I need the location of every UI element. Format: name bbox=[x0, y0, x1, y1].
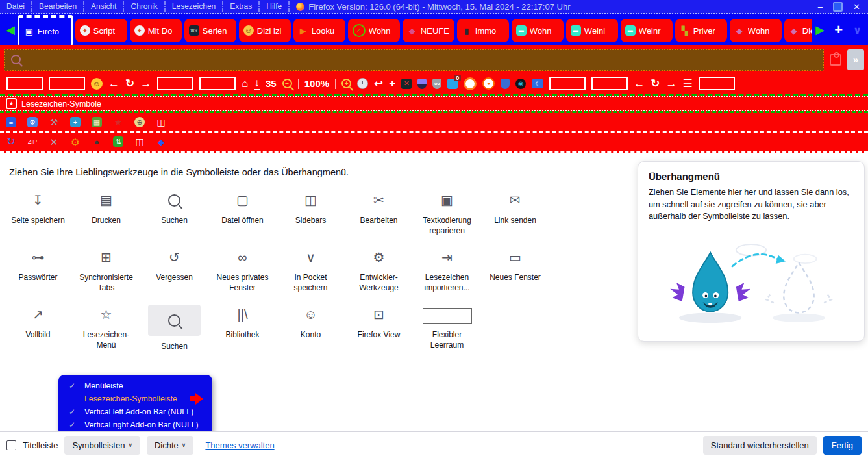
reload-icon[interactable]: ↻ bbox=[651, 78, 660, 89]
menu-lesezeichen[interactable]: Lesezeichen bbox=[166, 1, 223, 12]
toolbar-input[interactable] bbox=[591, 77, 628, 90]
extensions-puzzle-icon[interactable] bbox=[830, 54, 841, 66]
tool-edit[interactable]: ✂Bearbeiten bbox=[345, 190, 413, 236]
menu-chronik[interactable]: Chronik bbox=[124, 1, 165, 12]
overflow-menu-panel[interactable]: Überhangmenü Ziehen Sie Elemente hier he… bbox=[638, 161, 865, 342]
scroll-tabs-left-icon[interactable]: ◀ bbox=[3, 23, 18, 37]
sync-icon[interactable]: ↻ bbox=[6, 136, 16, 147]
tab-wohn[interactable]: ✓Wohn bbox=[348, 19, 400, 42]
tool-pocket[interactable]: ∨In Pocket speichern bbox=[277, 248, 345, 293]
home-icon[interactable]: ⌂ bbox=[242, 78, 248, 89]
toolbar-input[interactable] bbox=[549, 77, 586, 90]
tool-save-page[interactable]: ↧Seite speichern bbox=[4, 190, 72, 236]
tool-account[interactable]: ☺Konto bbox=[277, 305, 345, 352]
scroll-tabs-right-icon[interactable]: ▶ bbox=[812, 23, 828, 37]
tab-looku[interactable]: ▶Looku bbox=[293, 19, 345, 42]
close-button[interactable]: ✕ bbox=[853, 3, 860, 11]
gem-icon[interactable]: ◆ bbox=[156, 136, 166, 147]
toolbar-input[interactable] bbox=[49, 77, 85, 90]
toolbar-input[interactable] bbox=[199, 77, 236, 90]
darkreader-icon[interactable]: ☾ bbox=[532, 79, 543, 88]
sidebar-icon[interactable]: ◫ bbox=[134, 136, 145, 147]
crossed-tools-icon[interactable]: ✕ bbox=[49, 136, 59, 147]
toolbars-dropdown[interactable]: Symbolleisten∨ bbox=[64, 436, 140, 455]
context-menu-item-lesezeichen-symbolleiste[interactable]: Lesezeichen-Symbolleiste bbox=[58, 392, 212, 405]
tab-wohn[interactable]: ◆Wohn bbox=[730, 19, 782, 42]
forward-icon[interactable]: → bbox=[666, 78, 677, 89]
new-tab-button[interactable]: + bbox=[828, 21, 849, 38]
vpn-shield-icon[interactable] bbox=[501, 79, 510, 89]
list-all-tabs-icon[interactable]: ∨ bbox=[849, 24, 865, 36]
toolbar-input[interactable] bbox=[157, 77, 193, 90]
privacy-shield-icon[interactable] bbox=[417, 79, 427, 89]
tab-mit-do[interactable]: ✦Mit Do bbox=[130, 19, 182, 42]
density-dropdown[interactable]: Dichte∨ bbox=[147, 436, 193, 455]
tool-bookmarks-menu[interactable]: ☆Lesezeichen-Menü bbox=[72, 305, 140, 352]
reload-icon[interactable]: ↻ bbox=[125, 78, 134, 89]
tool-import-bookmarks[interactable]: ⇥Lesezeichen importieren... bbox=[413, 248, 481, 293]
toolbar-input[interactable] bbox=[699, 77, 735, 90]
counter-badge-icon[interactable]: 0 bbox=[447, 79, 458, 89]
menu-datei[interactable]: Datei bbox=[0, 1, 32, 12]
tool-firefox-view[interactable]: ⊡Firefox View bbox=[345, 305, 413, 352]
address-bar[interactable] bbox=[4, 49, 824, 71]
tab-dizi-izl[interactable]: ☺Dizi izl bbox=[239, 19, 291, 42]
history-clock-icon[interactable] bbox=[357, 78, 368, 89]
zoom-in-icon[interactable] bbox=[341, 79, 351, 88]
tool-search[interactable]: Suchen bbox=[140, 190, 208, 236]
forward-icon[interactable]: → bbox=[140, 78, 151, 89]
bookmark-star-icon[interactable]: ★ bbox=[113, 117, 123, 127]
tab-firefo[interactable]: ▣Firefo bbox=[18, 15, 73, 45]
globe-icon[interactable]: ⊕ bbox=[134, 117, 145, 127]
tool-sidebars[interactable]: ◫Sidebars bbox=[277, 190, 345, 236]
menu-bearbeiten[interactable]: Bearbeiten bbox=[32, 1, 84, 12]
duckduckgo-icon[interactable]: ● bbox=[482, 77, 495, 90]
tool-open-file[interactable]: ▢Datei öffnen bbox=[208, 190, 277, 236]
wrench-icon[interactable]: ⚒ bbox=[49, 117, 59, 127]
spheres-icon[interactable]: ● bbox=[92, 136, 102, 147]
tool-synced-tabs[interactable]: ⊞Synchronisierte Tabs bbox=[72, 248, 140, 293]
tool-email-link[interactable]: ✉Link senden bbox=[481, 190, 549, 236]
tool-developer-tools[interactable]: ⚙Entwickler-Werkzeuge bbox=[345, 248, 413, 293]
minimize-button[interactable]: – bbox=[818, 3, 823, 11]
back-icon[interactable]: ← bbox=[634, 78, 645, 89]
sliders-icon[interactable]: ≡ bbox=[6, 117, 16, 127]
menu-hilfe[interactable]: Hilfe bbox=[260, 1, 290, 12]
tab-weinr[interactable]: ▬Weinr bbox=[621, 19, 673, 42]
tab-neufe[interactable]: ◆NEUFE bbox=[403, 19, 454, 42]
emoji-face-icon[interactable]: ☺ bbox=[91, 78, 103, 90]
gear-icon[interactable]: ⚙ bbox=[70, 136, 81, 147]
tab-script[interactable]: ✦Script bbox=[75, 19, 127, 42]
tool-fullscreen[interactable]: ↗Vollbild bbox=[4, 305, 72, 352]
tool-new-window[interactable]: ▭Neues Fenster bbox=[481, 248, 549, 293]
tab-priver[interactable]: ▚Priver bbox=[675, 19, 727, 42]
zip-icon[interactable]: ZIP bbox=[27, 136, 38, 147]
tab-serien[interactable]: ЖKSerien bbox=[184, 19, 236, 42]
context-menu-item-vertical-left-add-on-bar-null-[interactable]: ✓Vertical left Add-on Bar (NULL) bbox=[58, 405, 212, 418]
done-button[interactable]: Fertig bbox=[823, 436, 862, 455]
tool-print[interactable]: ▤Drucken bbox=[72, 190, 140, 236]
context-menu-item-vertical-right-add-on-bar-null-[interactable]: ✓Vertical right Add-on Bar (NULL) bbox=[58, 418, 212, 431]
plus-icon[interactable]: + bbox=[389, 78, 395, 89]
puzzle-icon[interactable]: + bbox=[70, 117, 81, 127]
download-icon[interactable]: ↓ bbox=[254, 77, 260, 90]
tab-immo[interactable]: ▮Immo bbox=[457, 19, 509, 42]
context-menu-item-menüleiste[interactable]: ✓Menüleiste bbox=[58, 379, 212, 392]
maximize-button[interactable] bbox=[833, 2, 843, 12]
tab-weini[interactable]: ▬Weini bbox=[566, 19, 618, 42]
restore-defaults-button[interactable]: Standard wiederherstellen bbox=[703, 436, 817, 455]
tool-flexible-space[interactable]: Flexibler Leerraum bbox=[413, 305, 481, 352]
menu-ansicht[interactable]: Ansicht bbox=[84, 1, 124, 12]
menu-icon[interactable]: ☰ bbox=[683, 78, 693, 89]
back-icon[interactable]: ← bbox=[108, 78, 119, 89]
toolbar-input[interactable] bbox=[6, 77, 43, 90]
orange-ring-icon[interactable] bbox=[464, 77, 477, 90]
dark-globe-icon[interactable]: ◉ bbox=[515, 79, 526, 89]
tab-wohn[interactable]: ▬Wohn bbox=[512, 19, 564, 42]
menu-extras[interactable]: Extras bbox=[223, 1, 260, 12]
undo-close-tab-icon[interactable]: ↩ bbox=[374, 78, 383, 89]
zoom-out-icon[interactable] bbox=[282, 79, 292, 88]
titlebar-checkbox[interactable] bbox=[6, 440, 16, 450]
ublock-origin-icon[interactable]: uo bbox=[432, 79, 441, 89]
tool-forget[interactable]: ↺Vergessen bbox=[140, 248, 208, 293]
